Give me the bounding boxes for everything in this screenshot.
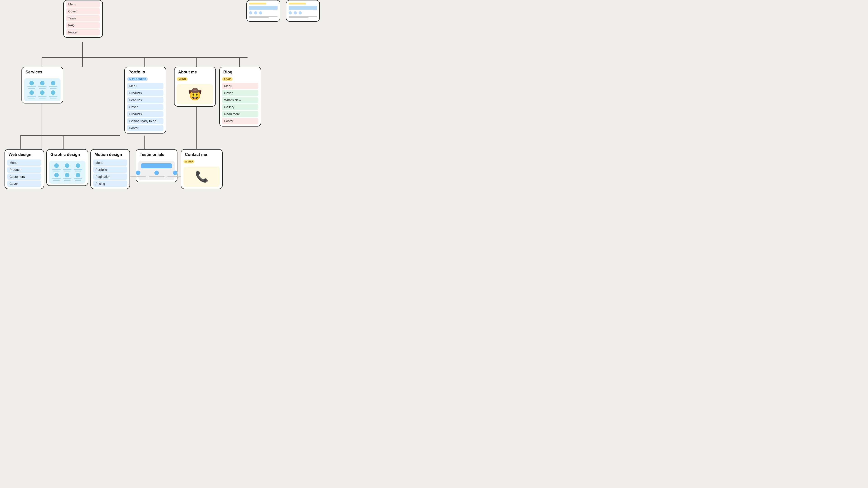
test-icons <box>141 170 172 177</box>
svc-line2-6 <box>50 98 57 98</box>
portfolio-menu: Menu <box>127 83 163 89</box>
contact-me-node: Contact me MENU 📞 <box>181 149 223 189</box>
portfolio-title: Portfolio <box>125 67 166 76</box>
about-me-node: About me MENU 🤠 <box>174 67 216 107</box>
mockup-line-1 <box>249 16 278 17</box>
services-node: Services <box>22 67 63 103</box>
svc-line2-1 <box>28 88 35 89</box>
gd-svc-item-6 <box>73 173 83 181</box>
web-design-node: Web design Menu Product Customers Cover <box>4 149 44 189</box>
svc-line-4 <box>27 96 36 97</box>
mockup-blue-bar-1 <box>249 6 278 10</box>
mockup-line-4 <box>289 18 309 18</box>
about-me-emoji: 🤠 <box>177 84 213 104</box>
svc-line2-3 <box>50 88 57 89</box>
menu-item-cover: Cover <box>66 8 100 14</box>
web-design-title: Web design <box>5 150 43 159</box>
web-cover: Cover <box>7 181 41 187</box>
blog-title: Blog <box>220 67 260 76</box>
svc-item-3 <box>49 81 58 89</box>
gd-svc-line-2 <box>63 169 72 170</box>
test-bar <box>141 163 172 168</box>
mockup-node-1 <box>246 0 280 22</box>
blog-badge: ASAP <box>222 77 232 81</box>
svc-circle-3 <box>51 81 55 86</box>
gd-svc-line-6 <box>74 178 82 179</box>
gd-svc-circle-1 <box>54 163 59 168</box>
circle-6 <box>299 11 302 14</box>
motion-pricing: Pricing <box>93 181 127 187</box>
svc-item-2 <box>38 81 47 89</box>
blog-footer: Footer <box>222 118 258 124</box>
contact-me-emoji: 📞 <box>184 166 220 187</box>
gd-svc-line2-4 <box>53 180 60 181</box>
gd-svc-circle-4 <box>54 173 59 177</box>
motion-design-title: Motion design <box>91 150 129 159</box>
contact-me-title: Contact me <box>181 150 222 159</box>
contact-me-badge: MENU <box>184 160 194 163</box>
circle-5 <box>293 11 297 14</box>
blog-menu: Menu <box>222 83 258 89</box>
gd-svc-circle-6 <box>76 173 80 177</box>
blog-gallery: Gallery <box>222 104 258 110</box>
blog-whats-new: What's New <box>222 97 258 103</box>
graphic-design-title: Graphic design <box>47 150 88 159</box>
portfolio-getting-ready: Getting ready to de... <box>127 118 163 124</box>
svc-line-3 <box>49 86 57 87</box>
portfolio-products-1: Products <box>127 90 163 96</box>
gd-svc-item-1 <box>52 163 61 171</box>
graphic-design-node: Graphic design <box>46 149 88 186</box>
menu-item-faq: FAQ <box>66 22 100 29</box>
web-menu: Menu <box>7 160 41 166</box>
web-product: Product <box>7 166 41 173</box>
services-mockup <box>24 78 61 101</box>
svc-line-2 <box>38 86 47 87</box>
svc-line-6 <box>49 96 57 97</box>
motion-menu: Menu <box>93 160 127 166</box>
about-me-title: About me <box>175 67 215 76</box>
blog-cover: Cover <box>222 90 258 96</box>
motion-portfolio: Portfolio <box>93 166 127 173</box>
menu-item-footer: Footer <box>66 29 100 35</box>
test-icon-group-3 <box>167 170 183 177</box>
portfolio-node: Portfolio IN PROGRESS Menu Products Feat… <box>124 67 166 133</box>
portfolio-cover: Cover <box>127 104 163 110</box>
circle-3 <box>259 11 262 14</box>
motion-pagination: Pagination <box>93 173 127 180</box>
test-icon-group-1 <box>130 170 146 177</box>
portfolio-badge: IN PROGRESS <box>127 77 148 81</box>
svc-circle-4 <box>29 90 34 95</box>
svc-item-6 <box>49 90 58 98</box>
svc-circle-2 <box>40 81 44 86</box>
svc-line-5 <box>38 96 47 97</box>
blog-node: Blog ASAP Menu Cover What's New Gallery … <box>219 67 261 127</box>
testimonials-node: Testimonials <box>135 149 178 182</box>
test-line-2 <box>149 176 164 177</box>
graphic-design-mockup <box>49 161 86 184</box>
gd-svc-line-5 <box>63 178 72 179</box>
blog-read-more: Read more <box>222 111 258 117</box>
main-menu-node: Menu Cover Team FAQ Footer <box>63 0 103 38</box>
svc-line2-2 <box>39 88 46 89</box>
svc-circle-1 <box>29 81 34 86</box>
mockup-circles-2 <box>289 11 317 14</box>
web-customers: Customers <box>7 173 41 180</box>
test-circle-1 <box>136 170 141 175</box>
test-circle-2 <box>154 170 159 175</box>
mockup-blue-bar-2 <box>289 6 317 10</box>
svc-item-1 <box>27 81 36 89</box>
test-circle-3 <box>173 170 178 175</box>
motion-design-node: Motion design Menu Portfolio Pagination … <box>90 149 130 189</box>
mockup-circles-1 <box>249 11 278 14</box>
svc-circle-6 <box>51 90 55 95</box>
mockup-line-3 <box>289 16 317 17</box>
menu-item-team: Team <box>66 15 100 22</box>
mockup-line-2 <box>249 18 269 18</box>
gd-svc-line-1 <box>52 169 61 170</box>
gd-svc-item-2 <box>63 163 72 171</box>
gd-svc-line2-1 <box>53 170 60 171</box>
test-line-3 <box>167 176 183 177</box>
svc-circle-5 <box>40 90 44 95</box>
gd-svc-item-4 <box>52 173 61 181</box>
gd-svc-item-5 <box>63 173 72 181</box>
